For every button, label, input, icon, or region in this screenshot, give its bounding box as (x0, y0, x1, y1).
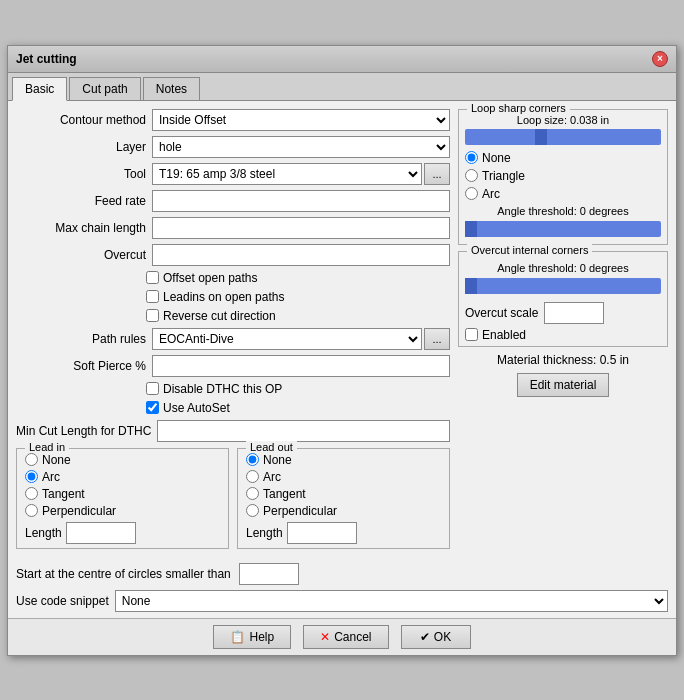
contour-method-label: Contour method (16, 113, 146, 127)
offset-open-paths-label: Offset open paths (163, 271, 258, 285)
max-chain-control: 0 in (152, 217, 450, 239)
min-cut-control: 1 (157, 420, 450, 442)
loop-arc-radio[interactable] (465, 187, 478, 200)
lead-out-length-input[interactable]: 0.125 in (287, 522, 357, 544)
tab-cut-path[interactable]: Cut path (69, 77, 140, 100)
path-rules-label: Path rules (16, 332, 146, 346)
start-center-input[interactable]: 0 in (239, 563, 299, 585)
use-autoset-checkbox[interactable] (146, 401, 159, 414)
lead-in-length-label: Length (25, 526, 62, 540)
lead-out-length-row: Length 0.125 in (246, 522, 441, 544)
contour-method-row: Contour method Inside Offset (16, 109, 450, 131)
offset-open-paths-checkbox[interactable] (146, 271, 159, 284)
lead-out-none-radio[interactable] (246, 453, 259, 466)
disable-dthc-checkbox[interactable] (146, 382, 159, 395)
lead-out-arc-radio[interactable] (246, 470, 259, 483)
lead-in-perp-radio[interactable] (25, 504, 38, 517)
soft-pierce-row: Soft Pierce % 100 (16, 355, 450, 377)
enabled-checkbox[interactable] (465, 328, 478, 341)
layer-control: hole (152, 136, 450, 158)
overcut-angle-slider[interactable] (465, 278, 661, 294)
lead-in-arc-row: Arc (25, 470, 220, 484)
enabled-row: Enabled (465, 328, 661, 342)
lead-out-tangent-radio[interactable] (246, 487, 259, 500)
overcut-scale-input[interactable]: 200 % (544, 302, 604, 324)
ok-icon: ✔ (420, 630, 430, 644)
reverse-cut-checkbox[interactable] (146, 309, 159, 322)
lead-in-perp-label: Perpendicular (42, 504, 116, 518)
loop-none-radio[interactable] (465, 151, 478, 164)
reverse-cut-row: Reverse cut direction (16, 309, 450, 323)
reverse-cut-label: Reverse cut direction (163, 309, 276, 323)
lead-out-arc-label: Arc (263, 470, 281, 484)
lead-in-arc-radio[interactable] (25, 470, 38, 483)
max-chain-row: Max chain length 0 in (16, 217, 450, 239)
lead-in-tangent-radio[interactable] (25, 487, 38, 500)
lead-in-none-radio[interactable] (25, 453, 38, 466)
bottom-row: Start at the centre of circles smaller t… (8, 563, 676, 612)
tool-select[interactable]: T19: 65 amp 3/8 steel (152, 163, 422, 185)
angle-threshold-slider[interactable] (465, 221, 661, 237)
loop-size-label: Loop size: 0.038 in (465, 114, 661, 126)
loop-triangle-row: Triangle (465, 169, 661, 183)
tab-basic[interactable]: Basic (12, 77, 67, 101)
tab-notes[interactable]: Notes (143, 77, 200, 100)
lead-out-tangent-label: Tangent (263, 487, 306, 501)
lead-out-arc-row: Arc (246, 470, 441, 484)
loop-triangle-radio[interactable] (465, 169, 478, 182)
help-button[interactable]: 📋 Help (213, 625, 291, 649)
overcut-row: Overcut 0 In (16, 244, 450, 266)
overcut-control: 0 In (152, 244, 450, 266)
material-thickness-label: Material thickness: 0.5 in (458, 353, 668, 367)
cancel-label: Cancel (334, 630, 371, 644)
enabled-label: Enabled (482, 328, 526, 342)
use-autoset-label: Use AutoSet (163, 401, 230, 415)
layer-select[interactable]: hole (152, 136, 450, 158)
overcut-scale-label: Overcut scale (465, 306, 538, 320)
cancel-button[interactable]: ✕ Cancel (303, 625, 388, 649)
disable-dthc-label: Disable DTHC this OP (163, 382, 282, 396)
loop-none-label: None (482, 151, 511, 165)
loop-arc-label: Arc (482, 187, 500, 201)
snippet-row: Use code snippet None (16, 590, 668, 612)
max-chain-input[interactable]: 0 in (152, 217, 450, 239)
lead-out-length-label: Length (246, 526, 283, 540)
close-button[interactable]: × (652, 51, 668, 67)
contour-method-select[interactable]: Inside Offset (152, 109, 450, 131)
path-rules-edit-button[interactable]: ... (424, 328, 450, 350)
feed-rate-control: 40 ipm (152, 190, 450, 212)
min-cut-input[interactable]: 1 (157, 420, 450, 442)
soft-pierce-control: 100 (152, 355, 450, 377)
lead-in-tangent-row: Tangent (25, 487, 220, 501)
overcut-input[interactable]: 0 In (152, 244, 450, 266)
loop-size-slider[interactable] (465, 129, 661, 145)
soft-pierce-input[interactable]: 100 (152, 355, 450, 377)
lead-out-perp-label: Perpendicular (263, 504, 337, 518)
feed-rate-label: Feed rate (16, 194, 146, 208)
lead-out-perp-row: Perpendicular (246, 504, 441, 518)
leadins-open-paths-checkbox[interactable] (146, 290, 159, 303)
tool-edit-button[interactable]: ... (424, 163, 450, 185)
cancel-icon: ✕ (320, 630, 330, 644)
angle-threshold-label: Angle threshold: 0 degrees (465, 205, 661, 217)
lead-in-tangent-label: Tangent (42, 487, 85, 501)
lead-in-length-input[interactable]: 0.375 in (66, 522, 136, 544)
lead-out-perp-radio[interactable] (246, 504, 259, 517)
overcut-angle-label: Angle threshold: 0 degrees (465, 262, 661, 274)
tab-bar: Basic Cut path Notes (8, 73, 676, 101)
tool-label: Tool (16, 167, 146, 181)
feed-rate-row: Feed rate 40 ipm (16, 190, 450, 212)
feed-rate-input[interactable]: 40 ipm (152, 190, 450, 212)
path-rules-select[interactable]: EOCAnti-Dive (152, 328, 422, 350)
left-panel: Contour method Inside Offset Layer hole (16, 109, 450, 549)
edit-material-button[interactable]: Edit material (517, 373, 610, 397)
overcut-corners-title: Overcut internal corners (467, 244, 592, 256)
right-panel: Loop sharp corners Loop size: 0.038 in N… (458, 109, 668, 549)
lead-in-none-label: None (42, 453, 71, 467)
snippet-select[interactable]: None (115, 590, 668, 612)
min-cut-label: Min Cut Length for DTHC (16, 424, 151, 438)
layer-label: Layer (16, 140, 146, 154)
ok-button[interactable]: ✔ OK (401, 625, 471, 649)
tool-row: Tool T19: 65 amp 3/8 steel ... (16, 163, 450, 185)
lead-in-none-row: None (25, 453, 220, 467)
